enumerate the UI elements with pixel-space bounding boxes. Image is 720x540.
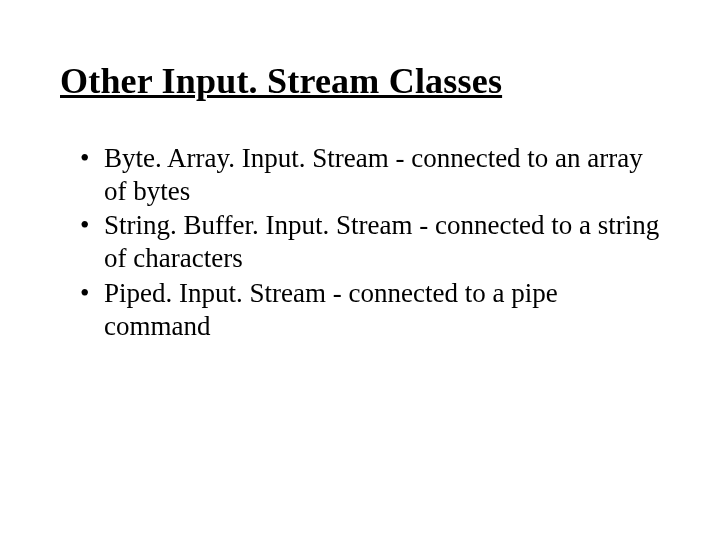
bullet-list: Byte. Array. Input. Stream - connected t…: [60, 142, 660, 344]
list-item: Piped. Input. Stream - connected to a pi…: [80, 277, 660, 343]
list-item: Byte. Array. Input. Stream - connected t…: [80, 142, 660, 208]
slide-title: Other Input. Stream Classes: [60, 62, 660, 102]
list-item: String. Buffer. Input. Stream - connecte…: [80, 209, 660, 275]
slide: Other Input. Stream Classes Byte. Array.…: [0, 0, 720, 540]
